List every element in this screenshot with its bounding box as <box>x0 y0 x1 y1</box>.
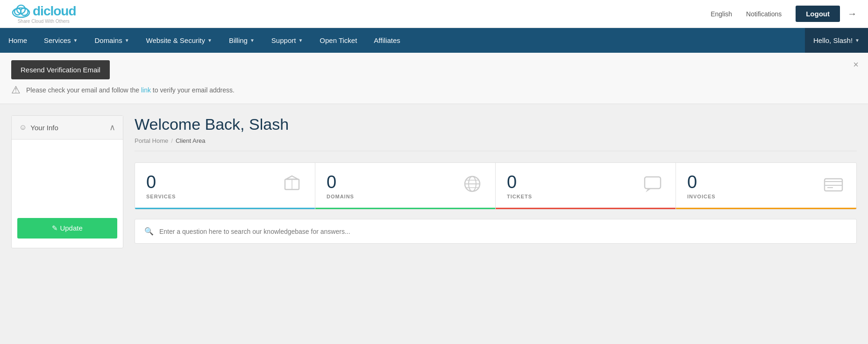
logo-tagline: Share Cloud With Others <box>18 19 70 24</box>
notifications-arrow-icon: ▼ <box>783 11 788 16</box>
support-arrow-icon: ▼ <box>298 38 303 43</box>
exit-icon[interactable]: → <box>847 8 857 19</box>
warning-icon: ⚠ <box>11 84 21 96</box>
welcome-heading: Welcome Back, Slash <box>135 115 857 133</box>
domains-count: 0 <box>327 173 354 191</box>
breadcrumb-separator: / <box>171 137 173 144</box>
services-icon <box>280 172 304 200</box>
logo-text: dicloud <box>33 4 76 19</box>
breadcrumb-current: Client Area <box>176 137 206 144</box>
svg-rect-15 <box>825 182 842 185</box>
domains-arrow-icon: ▼ <box>125 38 129 43</box>
nav-website-security[interactable]: Website & Security ▼ <box>138 28 221 53</box>
right-content: Welcome Back, Slash Portal Home / Client… <box>135 115 857 244</box>
stat-tickets-card[interactable]: 0 TICKETS <box>496 163 676 209</box>
verification-message: ⚠ Please check your email and follow the… <box>11 84 857 96</box>
services-arrow-icon: ▼ <box>73 38 78 43</box>
nav-services[interactable]: Services ▼ <box>36 28 86 53</box>
svg-rect-12 <box>645 177 661 189</box>
stat-services-card[interactable]: 0 SERVICES <box>135 163 315 209</box>
domains-label: DOMAINS <box>327 194 354 199</box>
search-bar: 🔍 <box>135 219 857 244</box>
person-icon: ☺ <box>19 123 27 132</box>
main-content: ☺ Your Info ∧ ✎ Update Welcome Back, Sla… <box>0 104 868 260</box>
notifications-dropdown[interactable]: Notifications ▼ <box>746 10 788 18</box>
nav-home[interactable]: Home <box>0 28 36 53</box>
logout-button[interactable]: Logout <box>796 6 840 22</box>
search-input[interactable] <box>159 228 847 235</box>
sidebar-body <box>12 140 123 214</box>
stat-domains-card[interactable]: 0 DOMAINS <box>315 163 496 209</box>
top-bar: dicloud Share Cloud With Others English … <box>0 0 868 28</box>
logo-cloud-icon <box>11 4 31 18</box>
nav-affiliates[interactable]: Affiliates <box>365 28 408 53</box>
billing-arrow-icon: ▼ <box>250 38 255 43</box>
nav-billing[interactable]: Billing ▼ <box>221 28 263 53</box>
sidebar: ☺ Your Info ∧ ✎ Update <box>11 115 123 248</box>
sidebar-collapse-icon[interactable]: ∧ <box>109 122 115 133</box>
update-button[interactable]: ✎ Update <box>17 218 117 239</box>
tickets-icon <box>641 172 664 200</box>
main-nav: Home Services ▼ Domains ▼ Website & Secu… <box>0 28 868 53</box>
resend-verification-button[interactable]: Resend Verification Email <box>11 60 110 79</box>
nav-domains[interactable]: Domains ▼ <box>86 28 137 53</box>
search-icon: 🔍 <box>144 227 154 236</box>
logo: dicloud Share Cloud With Others <box>11 4 76 24</box>
sidebar-header: ☺ Your Info ∧ <box>12 116 123 140</box>
stat-invoices-card[interactable]: 0 INVOICES <box>676 163 856 209</box>
breadcrumb-home-link[interactable]: Portal Home <box>135 137 168 144</box>
verification-banner: Resend Verification Email × ⚠ Please che… <box>0 53 868 104</box>
invoices-label: INVOICES <box>687 194 716 199</box>
nav-open-ticket[interactable]: Open Ticket <box>311 28 365 53</box>
invoices-icon <box>822 172 845 200</box>
stats-row: 0 SERVICES 0 DOMAINS 0 TICKE <box>135 162 857 210</box>
nav-user-greeting[interactable]: Hello, Slash! ▼ <box>805 28 868 53</box>
verify-link[interactable]: link <box>141 86 151 94</box>
breadcrumb: Portal Home / Client Area <box>135 137 857 151</box>
nav-support[interactable]: Support ▼ <box>263 28 311 53</box>
tickets-count: 0 <box>507 173 532 191</box>
website-security-arrow-icon: ▼ <box>207 38 212 43</box>
top-right-actions: English ▼ Notifications ▼ Logout → <box>711 6 857 22</box>
svg-marker-5 <box>286 176 298 179</box>
domains-icon <box>461 172 484 200</box>
sidebar-your-info-title: ☺ Your Info <box>19 123 58 132</box>
invoices-count: 0 <box>687 173 716 191</box>
services-count: 0 <box>146 173 176 191</box>
user-arrow-icon: ▼ <box>855 38 860 43</box>
close-banner-button[interactable]: × <box>853 59 859 70</box>
tickets-label: TICKETS <box>507 194 532 199</box>
english-arrow-icon: ▼ <box>734 11 739 16</box>
english-dropdown[interactable]: English ▼ <box>711 10 739 18</box>
services-label: SERVICES <box>146 194 176 199</box>
